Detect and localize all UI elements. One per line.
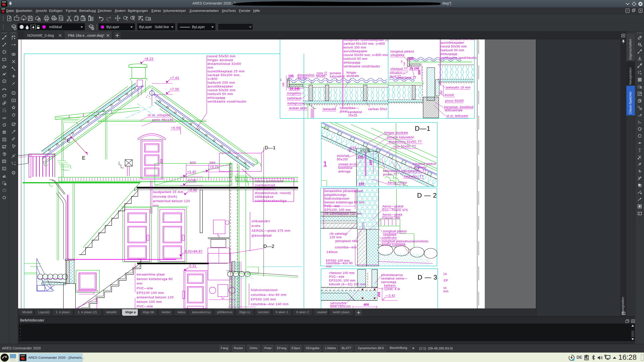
svg-text:distantsliistud 32x50: distantsliistud 32x50 [208,62,241,66]
svg-text:32x50: 32x50 [298,77,307,80]
svg-text:14: 14 [443,272,447,276]
svg-text:Classic 250: Classic 250 [382,216,400,220]
svg-text:sarikad 50x200 mm,: sarikad 50x200 mm, [208,73,240,77]
svg-text:aurutõkkepaber: aurutõkkepaber [344,50,368,53]
svg-text:+3.06: +3.06 [187,178,196,182]
svg-text:ehituspapp: ehituspapp [208,96,226,100]
svg-text:müürlatt: müürlatt [337,154,349,158]
svg-text:distantsliistud, roovid): distantsliistud, roovid) [255,191,291,195]
svg-text:roov 50x50; TT: roov 50x50; TT [393,145,416,148]
svg-text:tuuletõkkeplaat 25 mm: tuuletõkkeplaat 25 mm [208,69,245,73]
svg-text:Aeroc—plokk: Aeroc—plokk [382,213,403,216]
svg-text:co: co [443,286,447,290]
svg-text:hingav: hingav [346,71,356,74]
svg-text:mm: mm [443,290,449,293]
svg-text:tselluvill 50 mm: tselluvill 50 mm [344,57,368,61]
svg-text:EPS50 100 mm: EPS50 100 mm [251,297,276,301]
svg-text:columbia—kivi 90: columbia—kivi 90 [326,261,353,265]
svg-text:kattepruss: kattepruss [288,102,303,105]
svg-text:roovid 50x50 mm: roovid 50x50 mm [441,45,467,48]
svg-text:300: 300 [369,160,373,165]
svg-text:mm: mm [153,204,159,207]
svg-text:krohvi tugiplekk: krohvi tugiplekk [382,243,406,247]
svg-text:alusvaip (kork): alusvaip (kork) [153,195,177,198]
svg-text:E: E [82,155,85,161]
svg-text:vertikaalne voodrilaudis: vertikaalne voodrilaudis [344,65,380,68]
svg-text:tsingitud plekist: tsingitud plekist [390,50,414,53]
svg-text:ripprenn: ripprenn [414,166,426,169]
svg-text:pruss; TT: pruss; TT [383,173,397,176]
svg-text:distantsliist 32x50; TT: distantsliist 32x50; TT [389,140,422,144]
svg-text:krohv: krohv [252,224,261,228]
svg-text:Aeroc—plokid: Aeroc—plokid [382,205,404,208]
svg-text:tsingitud plekist: tsingitud plekist [413,162,436,166]
svg-text:kivivill: kivivill [445,93,454,97]
svg-text:+7.43: +7.43 [170,76,179,80]
svg-text:roovid 50x50 mm: roovid 50x50 mm [208,88,236,92]
svg-text:PVC—kile: PVC—kile [137,286,153,290]
svg-text:D—1: D—1 [415,125,430,132]
svg-text:sarikaots; TT: sarikaots; TT [404,175,424,178]
svg-text:tellisseinale: tellisseinale [445,109,463,112]
svg-text:räästalaudis,: räästalaudis, [255,187,276,191]
svg-text:avatav aken: avatav aken [289,106,307,110]
svg-text:—2.42: —2.42 [385,294,395,297]
svg-text:D — 3: D — 3 [418,274,437,281]
svg-text:25 240: 25 240 [290,87,300,90]
svg-text:s=600: s=600 [208,77,218,81]
svg-text:200: 200 [377,292,381,297]
svg-text:ankruga: ankruga [338,170,351,173]
svg-text:Aeroc—müür: Aeroc—müür [387,181,407,185]
svg-text:tuuletõkke—: tuuletõkke— [340,106,359,110]
svg-text:+4.63: +4.63 [348,146,356,150]
svg-text:r/betoon 100 mm: r/betoon 100 mm [329,271,355,275]
svg-text:vertikaalne voodrilaudis: vertikaalne voodrilaudis [441,56,477,60]
svg-text:mm: mm [326,265,332,268]
svg-text:tselluvill 50 mm: tselluvill 50 mm [441,49,464,52]
svg-text:AEROC—plokk 375 mm: AEROC—plokk 375 mm [252,229,291,233]
svg-text:columbia—kivi 140 mm: columbia—kivi 140 mm [251,302,289,306]
svg-text:keemilise: keemilise [338,166,353,170]
svg-text:laelaudis: laelaudis [323,107,336,111]
svg-text:EPS100; 100 mm: EPS100; 100 mm [329,279,355,282]
svg-text:100: 100 [288,74,294,78]
svg-text:1: 1 [323,160,327,168]
svg-text:A: A [141,18,143,21]
svg-text:karkass: karkass [384,284,396,287]
svg-text:70: 70 [400,60,403,63]
svg-text:columbia—kivi 90 mm: columbia—kivi 90 mm [251,293,287,297]
svg-text:mm: mm [208,66,213,69]
svg-text:katusekivi: katusekivi [330,75,345,78]
svg-text:+8.23: +8.23 [144,57,153,61]
svg-text:(sarikaotsad,: (sarikaotsad, [255,183,276,187]
svg-text:A: A [640,72,642,75]
svg-text:145: 145 [282,82,285,87]
svg-text:põrandasarrus: põrandasarrus [381,273,403,277]
svg-text:300: 300 [418,70,421,75]
svg-text:50x150: 50x150 [337,158,348,161]
svg-text:ol.ol. viilujoon: ol.ol. viilujoon [148,113,171,117]
svg-text:-0.31: -0.31 [188,264,196,268]
svg-text:r/b vahelagi: r/b vahelagi [330,232,347,236]
svg-text:EP: EP [444,279,448,282]
svg-text:50x50: 50x50 [316,75,326,78]
svg-text:tselluvill 200 mm: tselluvill 200 mm [208,81,235,84]
svg-text:kandeliist: kandeliist [348,110,362,114]
svg-text:räästalaudis; TT: räästalaudis; TT [402,169,426,173]
svg-text:munakivisillutis: munakivisillutis [406,240,428,243]
svg-text:paigaldussegu: paigaldussegu [325,193,346,197]
svg-text:columbia—kivi: columbia—kivi [335,246,357,249]
svg-text:plaat: plaat [340,110,347,113]
svg-text:hüdroisolatsioon: hüdroisolatsioon [325,197,349,200]
svg-text:soklikrohv: soklikrohv [382,236,397,240]
svg-text:25x25: 25x25 [348,114,357,117]
svg-text:punane: punane [330,71,341,75]
svg-text:102: 102 [357,155,363,159]
svg-text:silikaatvärv: silikaatvärv [252,219,270,223]
svg-text:150: 150 [359,182,364,186]
svg-text:A: A [3,167,5,170]
svg-text:roovid 50x50 mm; s=600 mm: roovid 50x50 mm; s=600 mm [344,53,388,57]
svg-text:sarrusega: sarrusega [381,280,396,284]
svg-text:hingav aluskate: hingav aluskate [384,131,408,134]
svg-text:voodrilaud TT: voodrilaud TT [396,76,417,79]
